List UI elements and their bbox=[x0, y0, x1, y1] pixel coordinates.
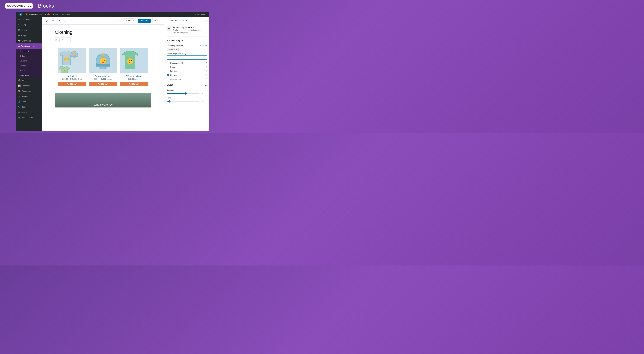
sidebar-item-media[interactable]: 🖼 Media bbox=[16, 27, 42, 33]
block-desc: Display a grid of products from your sel… bbox=[173, 29, 207, 34]
sidebar-item-collapse[interactable]: ◀ Colapse menu bbox=[16, 115, 42, 120]
sub-coupons-label: Coupons bbox=[20, 60, 27, 62]
site-name-item[interactable]: 🏠 Just Another Site bbox=[24, 12, 44, 17]
sidebar-item-sub-extensions[interactable]: Extensions bbox=[16, 73, 42, 78]
product-price-1: $18.00 – $45.00 incl. vat bbox=[58, 78, 86, 80]
sub-orders-label: Orders bbox=[20, 55, 25, 57]
sidebar-item-tools[interactable]: 🔧 Tools bbox=[16, 104, 42, 110]
tab-document[interactable]: Document bbox=[167, 18, 180, 23]
cat-checkbox-uncategorized[interactable] bbox=[167, 62, 169, 64]
columns-slider-thumb[interactable] bbox=[185, 92, 187, 95]
sidebar-item-woocommerce[interactable]: W WooCommerce bbox=[16, 43, 42, 49]
block-info: ⊞ Products by Category Display a grid of… bbox=[167, 26, 207, 37]
products-grid: Logo Collection $18.00 – $45.00 incl. va… bbox=[58, 48, 148, 86]
svg-point-10 bbox=[63, 68, 66, 71]
saved-text: Saved bbox=[116, 20, 122, 22]
add-to-cart-button-1[interactable]: Add to cart bbox=[58, 82, 86, 86]
gear-button[interactable]: ⚙ bbox=[152, 18, 158, 23]
tab-block[interactable]: Block bbox=[180, 18, 189, 23]
more-options-button[interactable]: ⋮ bbox=[159, 19, 162, 22]
cat-name-clothing: Clothing bbox=[170, 74, 204, 76]
category-section-toggle[interactable]: ▲ bbox=[205, 39, 207, 42]
product-svg-3 bbox=[120, 48, 148, 73]
undo-button[interactable]: ↩ bbox=[50, 18, 56, 23]
appearance-icon: 🎨 bbox=[18, 90, 20, 92]
redo-button[interactable]: ↪ bbox=[56, 18, 62, 23]
add-to-cart-button-3[interactable]: Add to cart bbox=[120, 82, 148, 86]
layout-header: Layout ▲ bbox=[167, 84, 207, 87]
sidebar-item-posts[interactable]: ✎ Posts bbox=[16, 22, 42, 27]
svg-point-20 bbox=[102, 60, 102, 61]
block-type-button[interactable]: ▤ ▾ bbox=[55, 37, 60, 42]
product-svg-2 bbox=[89, 48, 117, 73]
admin-container: ⊞ Dashboard ✎ Posts 🖼 Media ☰ Pages 💬 Co… bbox=[16, 17, 209, 131]
category-list: Uncategorized 0 Decor 1 Furniture 1 bbox=[167, 61, 207, 81]
layout-section-toggle[interactable]: ▲ bbox=[205, 84, 207, 86]
sidebar-item-plugins[interactable]: 🔌 Plugins bbox=[16, 94, 42, 99]
sidebar-item-dashboard[interactable]: ⊞ Dashboard bbox=[16, 17, 42, 22]
cat-checkbox-accessories[interactable] bbox=[167, 78, 169, 80]
category-item-uncategorized: Uncategorized 0 bbox=[167, 61, 207, 65]
sidebar-item-pages[interactable]: ☰ Pages bbox=[16, 33, 42, 38]
rows-slider-thumb[interactable] bbox=[168, 100, 170, 102]
rows-value-input[interactable] bbox=[200, 100, 207, 103]
updates-item[interactable]: ↻ 0 bbox=[44, 12, 51, 17]
sidebar-item-products[interactable]: 📦 Products bbox=[16, 78, 42, 83]
cat-checkbox-clothing[interactable]: ✓ bbox=[167, 74, 169, 76]
transform-button[interactable]: ✎ bbox=[60, 37, 65, 42]
tag-chip-remove[interactable]: ✕ bbox=[176, 48, 177, 50]
add-block-button[interactable]: ⊕ bbox=[44, 18, 49, 23]
sidebar-products-label: Products bbox=[22, 79, 30, 82]
block-name: Products by Category bbox=[173, 26, 207, 28]
cat-checkbox-furniture[interactable] bbox=[167, 70, 169, 72]
sidebar-comments-label: Comments bbox=[22, 40, 31, 42]
block-more-button[interactable]: ⋮ bbox=[66, 37, 70, 42]
cat-checkbox-decor[interactable] bbox=[167, 66, 169, 68]
sidebar-item-sub-orders[interactable]: Orders bbox=[16, 53, 42, 58]
publish-button[interactable]: Publish... bbox=[138, 19, 151, 23]
sidebar-item-appearance[interactable]: 🎨 Apearence bbox=[16, 88, 42, 94]
block-navigation-button[interactable]: ≡ bbox=[68, 18, 74, 23]
woo-logo: WOO COMMERCE bbox=[5, 3, 33, 8]
category-search-input[interactable] bbox=[167, 55, 207, 59]
woo-logo-box: WOO COMMERCE bbox=[5, 3, 33, 8]
sidebar-item-sub-dashboard[interactable]: Dashboard bbox=[16, 49, 42, 53]
cat-count-decor: 1 bbox=[206, 66, 207, 68]
sidebar-tools-label: Tools bbox=[22, 106, 26, 108]
columns-slider-filled bbox=[167, 93, 185, 94]
sidebar-item-comments[interactable]: 💬 Comments bbox=[16, 38, 42, 43]
category-selected-row: 1 category selected Clear all bbox=[167, 44, 207, 46]
sidebar-item-settings[interactable]: ⚙ Settings bbox=[16, 110, 42, 115]
sidebar-item-sub-status[interactable]: Status bbox=[16, 68, 42, 73]
preview-button[interactable]: Preview bbox=[124, 18, 136, 23]
info-button[interactable]: ℹ bbox=[62, 18, 68, 23]
new-item[interactable]: + New bbox=[51, 12, 60, 17]
toolbar-right: ✓ Saved Preview Publish... ⚙ ⋮ bbox=[114, 18, 162, 23]
saved-indicator: ✓ Saved bbox=[114, 20, 122, 22]
product-sale-price-2: $18.00 bbox=[100, 78, 106, 80]
sidebar-settings-label: Settings bbox=[21, 111, 28, 113]
add-to-cart-button-2[interactable]: Add to cart bbox=[89, 82, 117, 86]
product-price-3: $18.00 incl. vat bbox=[120, 78, 148, 80]
product-image-2 bbox=[89, 48, 117, 73]
editor-toolbar: ⊕ ↩ ↪ ℹ ≡ ✓ Saved Preview Publish... ⚙ ⋮ bbox=[42, 17, 164, 25]
sub-extensions-label: Extensions bbox=[20, 74, 29, 76]
sidebar-item-analytics[interactable]: 📊 Analytics bbox=[16, 83, 42, 88]
columns-value-input[interactable] bbox=[200, 92, 207, 95]
product-category-title: Product Category bbox=[167, 39, 183, 42]
product-name-2: Beanie with Logo bbox=[89, 75, 117, 77]
sidebar-item-sub-settings[interactable]: Settings bbox=[16, 63, 42, 68]
sidebar-item-sub-coupons[interactable]: Coupons bbox=[16, 58, 42, 63]
cat-count-furniture: 1 bbox=[206, 70, 207, 72]
tag-chip-label: Clothing bbox=[168, 48, 175, 50]
sidebar-pages-label: Pages bbox=[21, 34, 27, 37]
panel-close-button[interactable]: × bbox=[205, 19, 207, 22]
wp-logo-item[interactable]: W bbox=[18, 12, 24, 17]
sidebar-item-users[interactable]: 👤 Users bbox=[16, 99, 42, 104]
svg-point-7 bbox=[73, 53, 76, 55]
view-posts-item[interactable]: View Posts bbox=[60, 12, 72, 17]
cat-name-uncategorized: Uncategorized bbox=[170, 62, 205, 64]
clear-all-link[interactable]: Clear all bbox=[200, 44, 207, 46]
product-price-amount-3: $18.00 bbox=[128, 78, 134, 80]
cat-count-uncategorized: 0 bbox=[206, 62, 207, 64]
